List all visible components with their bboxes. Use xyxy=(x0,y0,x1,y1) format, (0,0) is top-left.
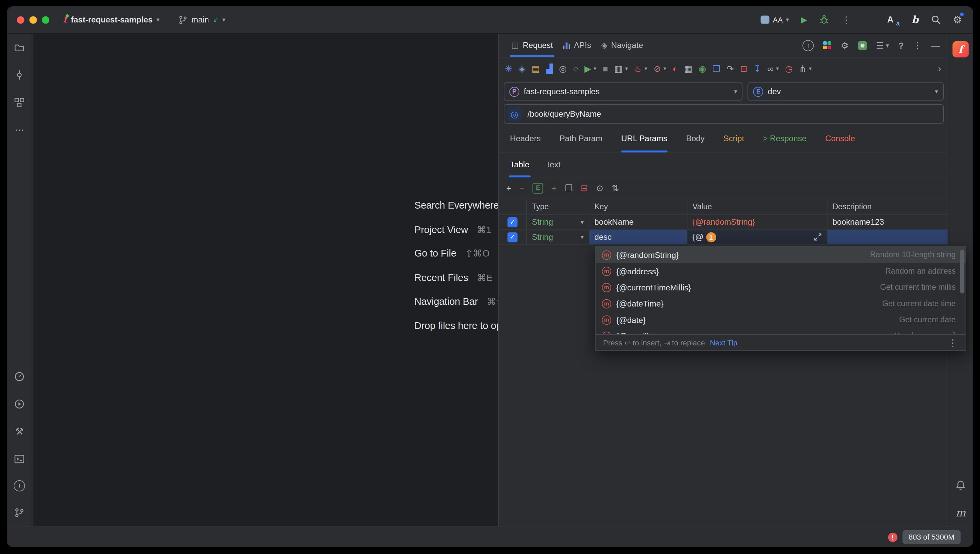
settings-gear-icon[interactable]: ⚙ xyxy=(953,14,962,25)
popup-scrollbar[interactable] xyxy=(960,250,964,293)
build-tool-button[interactable]: ⚒ xyxy=(13,425,26,438)
terminal-tool-button[interactable] xyxy=(13,453,26,465)
completion-options-kebab[interactable]: ⋮ xyxy=(948,337,958,349)
project-tool-button[interactable] xyxy=(13,41,26,54)
panel-settings-gear-icon[interactable]: ⚙ xyxy=(841,40,848,50)
link-icon[interactable]: ∞ xyxy=(767,64,774,73)
more-tool-windows-button[interactable]: ⋯ xyxy=(13,124,26,136)
copy-icon[interactable]: ❐ xyxy=(712,64,720,73)
project-widget[interactable]: f fast-request-samples ▾ xyxy=(58,13,164,27)
close-window-button[interactable] xyxy=(17,16,24,23)
key-cell-selected[interactable]: desc xyxy=(589,230,687,244)
key-cell[interactable]: bookName xyxy=(589,215,687,229)
chevron-down-icon[interactable]: ▾ xyxy=(594,66,596,72)
next-tip-link[interactable]: Next Tip xyxy=(710,338,737,347)
expand-editor-icon[interactable] xyxy=(814,233,822,241)
toolbar-overflow-chevron[interactable]: › xyxy=(938,63,942,75)
tab-script[interactable]: Script xyxy=(723,125,744,151)
environment-select[interactable]: E dev ▾ xyxy=(748,83,944,100)
branch-icon[interactable]: ⋔ xyxy=(799,64,806,73)
target-icon[interactable]: ◉ xyxy=(698,64,706,73)
history-icon[interactable]: ◷ xyxy=(785,64,793,73)
remove-row-button[interactable]: − xyxy=(520,184,525,193)
branch-widget[interactable]: main ↙ ▾ xyxy=(173,12,230,27)
crosshair-icon[interactable]: ◎ xyxy=(559,64,567,73)
notifications-bell-button[interactable] xyxy=(954,479,967,491)
zoom-window-button[interactable] xyxy=(42,16,49,23)
block-icon[interactable]: ⊘ xyxy=(653,64,661,73)
completion-item[interactable]: m {@dateTime} Get current date time xyxy=(596,295,966,312)
update-icon[interactable]: ↑ xyxy=(803,40,814,51)
send-request-icon[interactable]: ▶ xyxy=(584,64,591,73)
chevron-down-icon[interactable]: ▾ xyxy=(809,66,811,72)
tab-url-params[interactable]: URL Params xyxy=(621,125,667,151)
tab-table-view[interactable]: Table xyxy=(510,152,530,177)
services-tool-button[interactable] xyxy=(13,398,26,410)
translate-icon[interactable]: A a xyxy=(887,14,899,25)
minimize-window-button[interactable] xyxy=(30,16,37,23)
tab-path-param[interactable]: Path Param xyxy=(559,125,602,151)
find-usage-icon[interactable]: ◌ xyxy=(573,64,578,73)
layers-menu[interactable]: ☰ ▾ xyxy=(876,40,889,50)
redo-icon[interactable]: ↷ xyxy=(726,64,734,73)
toolbox-icon[interactable]: ⊟ xyxy=(740,64,747,73)
cards-icon[interactable]: ▦ xyxy=(684,64,693,73)
description-cell[interactable]: bookname123 xyxy=(827,215,947,229)
stop-icon[interactable]: ■ xyxy=(603,64,608,73)
tab-request[interactable]: ◫ Request xyxy=(506,34,558,57)
completion-item[interactable]: m {@randomString} Random 10-length strin… xyxy=(596,247,966,263)
tab-navigate[interactable]: ◈ Navigate xyxy=(596,34,648,57)
value-cell-editing[interactable]: {@ 1 xyxy=(687,230,827,244)
search-icon[interactable] xyxy=(931,14,941,25)
tab-response[interactable]: > Response xyxy=(763,125,806,151)
save-icon[interactable]: ▥ xyxy=(614,64,622,73)
completion-item[interactable]: m {@address} Random an address xyxy=(596,263,966,279)
tab-apis[interactable]: APIs xyxy=(558,34,596,57)
error-indicator-icon[interactable]: ! xyxy=(888,533,897,542)
more-actions-button[interactable]: ⋮ xyxy=(841,14,851,25)
chevron-down-icon[interactable]: ▾ xyxy=(625,66,627,72)
type-dropdown[interactable]: String ▾ xyxy=(526,215,589,229)
row-checkbox[interactable]: ✓ xyxy=(508,232,517,242)
memory-indicator[interactable]: 803 of 5300M xyxy=(902,530,961,544)
git-tool-button[interactable] xyxy=(13,506,26,519)
row-checkbox[interactable]: ✓ xyxy=(508,217,517,227)
coins-icon[interactable]: ▤ xyxy=(531,64,540,73)
plugin-b-icon[interactable]: b xyxy=(911,14,919,25)
download-icon[interactable]: ↧ xyxy=(754,64,761,73)
commit-tool-button[interactable] xyxy=(13,69,26,81)
chevron-down-icon[interactable]: ▾ xyxy=(776,66,779,72)
chart-icon[interactable]: ▟ xyxy=(546,64,553,73)
env-variable-button[interactable]: E xyxy=(533,183,543,194)
help-icon[interactable]: ? xyxy=(899,40,904,50)
description-cell-selected[interactable] xyxy=(827,230,947,244)
shield-icon[interactable]: ◈ xyxy=(519,64,525,73)
project-select[interactable]: P fast-request-samples ▾ xyxy=(504,83,743,100)
plugin-chip-icon[interactable] xyxy=(858,41,867,49)
completion-item[interactable]: m {@date} Get current date xyxy=(596,312,966,328)
panel-options-kebab[interactable]: ⋮ xyxy=(913,40,922,50)
url-input[interactable]: ◎ /book/queryByName xyxy=(504,104,944,124)
chevron-down-icon[interactable]: ▾ xyxy=(644,66,647,72)
magic-settings-icon[interactable]: ✳ xyxy=(505,64,512,73)
hide-panel-button[interactable]: — xyxy=(931,40,940,50)
copy-rows-button[interactable]: ❐ xyxy=(565,184,573,193)
tab-headers[interactable]: Headers xyxy=(510,125,541,151)
font-size-widget[interactable]: AA ▾ xyxy=(761,16,789,24)
clear-rows-button[interactable]: ⊟ xyxy=(581,184,588,193)
tab-text-view[interactable]: Text xyxy=(546,152,560,177)
masks-icon[interactable]: ◐ xyxy=(673,64,678,73)
link-rows-button[interactable]: ⊙ xyxy=(596,184,603,193)
tab-console[interactable]: Console xyxy=(825,125,855,151)
debug-bug-button[interactable] xyxy=(819,14,830,25)
sort-rows-button[interactable]: ⇅ xyxy=(611,184,619,193)
maven-tool-button[interactable]: m xyxy=(956,506,966,519)
flame-icon[interactable]: ♨ xyxy=(634,64,642,73)
type-dropdown[interactable]: String ▾ xyxy=(526,230,589,244)
problems-tool-button[interactable]: ! xyxy=(14,480,25,492)
add-from-button[interactable]: + xyxy=(551,184,557,193)
add-row-button[interactable]: + xyxy=(506,184,511,193)
fast-request-tool-button[interactable]: f xyxy=(953,41,969,57)
value-cell[interactable]: {@randomString} xyxy=(687,215,827,229)
slack-icon[interactable] xyxy=(823,41,831,49)
